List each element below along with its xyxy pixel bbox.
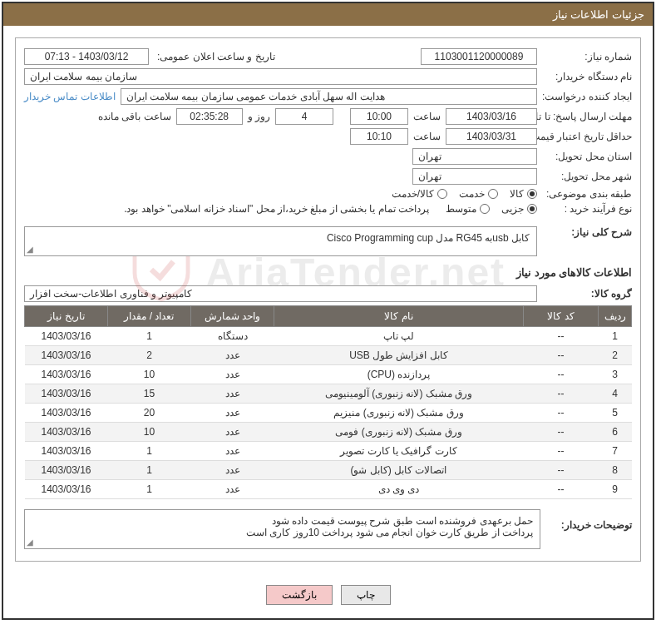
notes-label: توضیحات خریدار: xyxy=(540,509,632,531)
table-cell: 2 xyxy=(108,346,191,365)
table-cell: 5 xyxy=(599,404,632,423)
radio-icon xyxy=(527,189,537,199)
table-cell: 6 xyxy=(599,423,632,442)
radio-goods-service[interactable]: کالا/خدمت xyxy=(392,188,447,200)
table-cell: 8 xyxy=(599,461,632,480)
requester-value: هدایت اله سهل آبادی خدمات عمومی سازمان ب… xyxy=(121,88,537,105)
radio-medium-label: متوسط xyxy=(446,203,476,215)
th-qty: تعداد / مقدار xyxy=(108,306,191,327)
items-table: ردیف کد کالا نام کالا واحد شمارش تعداد /… xyxy=(24,305,632,499)
group-label: گروه کالا: xyxy=(540,288,632,300)
table-cell: 10 xyxy=(108,365,191,384)
table-cell: 15 xyxy=(108,384,191,404)
validity-date: 1403/03/31 xyxy=(446,128,537,145)
table-cell: -- xyxy=(524,442,599,461)
table-cell: 1403/03/16 xyxy=(25,384,108,404)
table-cell: 1 xyxy=(108,480,191,499)
table-cell: کابل افزایش طول USB xyxy=(274,346,524,365)
notes-line1: حمل برعهدی فروشنده است طبق شرح پیوست قیم… xyxy=(32,515,533,527)
city-value: تهران xyxy=(412,168,537,185)
notes-line2: پرداخت از طریق کارت خوان انجام می شود پر… xyxy=(32,527,533,538)
table-cell: 2 xyxy=(599,346,632,365)
radio-service-label: خدمت xyxy=(459,188,485,200)
time-label-1: ساعت xyxy=(413,111,441,122)
table-cell: پردازنده (CPU) xyxy=(274,365,524,384)
page-header: جزئیات اطلاعات نیاز xyxy=(3,3,653,26)
table-cell: -- xyxy=(524,461,599,480)
group-value: کامپیوتر و فناوری اطلاعات-سخت افزار xyxy=(24,285,537,302)
table-cell: 20 xyxy=(108,404,191,423)
radio-partial[interactable]: جزیی xyxy=(501,203,537,215)
city-label: شهر محل تحویل: xyxy=(540,171,632,182)
radio-goods-service-label: کالا/خدمت xyxy=(392,188,434,200)
deadline-label: مهلت ارسال پاسخ: تا تاریخ: xyxy=(540,111,632,122)
table-cell: 7 xyxy=(599,442,632,461)
summary-label: شرح کلی نیاز: xyxy=(540,226,632,238)
table-cell: ورق مشبک (لانه زنبوری) فومی xyxy=(274,423,524,442)
table-cell: 10 xyxy=(108,423,191,442)
contact-buyer-link[interactable]: اطلاعات تماس خریدار xyxy=(24,91,116,102)
table-cell: عدد xyxy=(191,404,274,423)
table-cell: -- xyxy=(524,423,599,442)
th-name: نام کالا xyxy=(274,306,524,327)
remaining-label: ساعت باقی مانده xyxy=(98,111,171,122)
days-remaining: 4 xyxy=(275,108,333,125)
table-cell: 3 xyxy=(599,365,632,384)
table-cell: 1403/03/16 xyxy=(25,327,108,346)
table-row: 9--دی وی دیعدد11403/03/16 xyxy=(25,480,632,499)
days-and-label: روز و xyxy=(248,111,270,122)
announce-value: 1403/03/12 - 07:13 xyxy=(24,48,149,65)
th-unit: واحد شمارش xyxy=(191,306,274,327)
radio-goods[interactable]: کالا xyxy=(510,188,537,200)
table-cell: 4 xyxy=(599,384,632,404)
radio-goods-label: کالا xyxy=(510,188,524,200)
table-cell: 1 xyxy=(599,327,632,346)
buyer-notes: حمل برعهدی فروشنده است طبق شرح پیوست قیم… xyxy=(24,509,540,549)
radio-service[interactable]: خدمت xyxy=(459,188,498,200)
table-cell: لپ تاپ xyxy=(274,327,524,346)
table-cell: -- xyxy=(524,346,599,365)
summary-text: کابل usbبه RG45 مدل Cisco Programming cu… xyxy=(24,226,537,256)
radio-icon xyxy=(437,189,447,199)
table-row: 4--ورق مشبک (لانه زنبوری) آلومینیومیعدد1… xyxy=(25,384,632,404)
table-row: 8--اتصالات کابل (کابل شو)عدد11403/03/16 xyxy=(25,461,632,480)
table-row: 1--لپ تاپدستگاه11403/03/16 xyxy=(25,327,632,346)
table-row: 6--ورق مشبک (لانه زنبوری) فومیعدد101403/… xyxy=(25,423,632,442)
radio-icon xyxy=(527,204,537,214)
deadline-date: 1403/03/16 xyxy=(446,108,537,125)
table-cell: -- xyxy=(524,404,599,423)
radio-medium[interactable]: متوسط xyxy=(446,203,490,215)
table-cell: 1403/03/16 xyxy=(25,346,108,365)
table-cell: 9 xyxy=(599,480,632,499)
table-cell: -- xyxy=(524,480,599,499)
table-cell: عدد xyxy=(191,365,274,384)
table-cell: 1 xyxy=(108,461,191,480)
table-cell: دی وی دی xyxy=(274,480,524,499)
buyer-org-label: نام دستگاه خریدار: xyxy=(540,71,632,82)
requester-label: ایجاد کننده درخواست: xyxy=(540,91,632,102)
table-cell: 1403/03/16 xyxy=(25,442,108,461)
summary-value: کابل usbبه RG45 مدل Cisco Programming cu… xyxy=(327,232,530,244)
validity-time: 10:10 xyxy=(350,128,408,145)
table-cell: ورق مشبک (لانه زنبوری) منیزیم xyxy=(274,404,524,423)
table-cell: -- xyxy=(524,384,599,404)
table-cell: عدد xyxy=(191,480,274,499)
province-value: تهران xyxy=(412,148,537,165)
need-no-label: شماره نیاز: xyxy=(540,51,632,62)
table-row: 7--کارت گرافیک یا کارت تصویرعدد11403/03/… xyxy=(25,442,632,461)
back-button[interactable]: بازگشت xyxy=(266,585,333,605)
table-cell: 1403/03/16 xyxy=(25,404,108,423)
table-cell: -- xyxy=(524,365,599,384)
th-date: تاریخ نیاز xyxy=(25,306,108,327)
payment-note: پرداخت تمام یا بخشی از مبلغ خرید،از محل … xyxy=(124,203,429,215)
validity-label: حداقل تاریخ اعتبار قیمت: تا تاریخ: xyxy=(540,131,632,142)
table-cell: 1 xyxy=(108,327,191,346)
table-cell: -- xyxy=(524,327,599,346)
announce-label: تاریخ و ساعت اعلان عمومی: xyxy=(157,51,275,62)
radio-icon xyxy=(488,189,498,199)
print-button[interactable]: چاپ xyxy=(341,585,391,605)
radio-icon xyxy=(480,204,490,214)
resize-icon: ◢ xyxy=(27,245,33,254)
table-cell: عدد xyxy=(191,461,274,480)
resize-icon: ◢ xyxy=(27,537,33,547)
